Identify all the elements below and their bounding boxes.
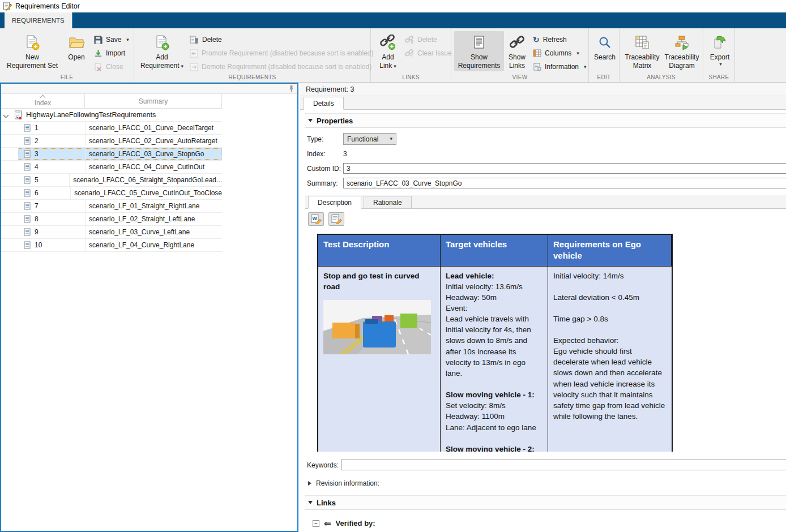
requirement-row[interactable]: 8 scenario_LF_02_Straight_LeftLane (1, 213, 222, 226)
refresh-button[interactable]: ↻ Refresh (530, 33, 590, 46)
requirement-index: 9 (35, 228, 39, 236)
requirement-row[interactable]: 3 scenario_LFACC_03_Curve_StopnGo (1, 148, 222, 161)
summary-label: Summary: (307, 179, 343, 187)
tab-rationale[interactable]: Rationale (364, 196, 412, 209)
summary-column-header[interactable]: Summary (85, 94, 222, 108)
requirement-index: 1 (35, 124, 39, 132)
search-button[interactable]: Search (592, 31, 618, 63)
open-button[interactable]: Open (62, 31, 91, 63)
type-dropdown[interactable]: Functional ▾ (343, 133, 396, 145)
chevron-down-icon[interactable] (3, 112, 9, 118)
save-button[interactable]: Save▾ (91, 33, 132, 46)
requirement-icon (24, 150, 31, 158)
requirement-row[interactable]: 1 scenario_LFACC_01_Curve_DecelTarget (1, 122, 222, 135)
show-requirements-icon (473, 33, 485, 52)
requirement-icon (24, 215, 31, 223)
requirement-summary: scenario_LFACC_01_Curve_DecelTarget (89, 124, 213, 132)
chevron-down-icon: ▾ (576, 51, 579, 56)
requirement-icon (24, 228, 31, 236)
delete-requirement-button[interactable]: Delete (187, 33, 377, 46)
index-column-header[interactable]: Index (1, 94, 85, 108)
edit-description-button[interactable] (328, 212, 344, 226)
clear-issue-icon (405, 49, 414, 57)
requirement-index: 8 (35, 215, 39, 223)
section-label-share: SHARE (703, 74, 734, 82)
information-button[interactable]: Information▾ (530, 60, 590, 74)
section-label-file: FILE (0, 74, 134, 82)
text-block: Slow moving vehicle - 1: Set velocity: 8… (446, 389, 542, 433)
save-icon (94, 36, 102, 44)
tab-requirements[interactable]: REQUIREMENTS (5, 12, 72, 28)
clear-issue-button[interactable]: Clear Issue (402, 46, 455, 60)
traceability-diagram-button[interactable]: Traceability Diagram (662, 31, 702, 71)
description-tab-bar: Description Rationale (305, 195, 786, 209)
new-requirement-set-button[interactable]: New Requirement Set (3, 31, 62, 71)
add-link-button[interactable]: Add Link▾ (374, 31, 402, 71)
keywords-field[interactable] (341, 460, 786, 470)
requirement-row[interactable]: 10 scenario_LF_04_Curve_RightLane (1, 239, 222, 252)
requirement-row[interactable]: 6 scenario_LFACC_05_Curve_CutInOut_TooCl… (1, 187, 222, 200)
edit-in-word-button[interactable]: W (308, 212, 324, 226)
requirements-tree-panel: Index Summary HighwayLaneFollowingTestRe… (0, 83, 298, 532)
ribbon-filler (735, 28, 786, 82)
test-title: Stop and go test in curved road (323, 271, 435, 292)
requirement-row[interactable]: 5 scenario_LFACC_06_Straight_StopandGoLe… (1, 174, 222, 187)
text-block: Expected behavior: Ego vehicle should fi… (553, 335, 667, 422)
requirement-icon (24, 163, 31, 171)
new-requirement-set-icon (25, 33, 40, 52)
requirement-index: 5 (35, 176, 39, 184)
requirement-icon (24, 124, 31, 132)
custom-id-field[interactable] (343, 163, 786, 174)
summary-field[interactable] (343, 178, 786, 188)
columns-button[interactable]: Columns▾ (530, 46, 590, 60)
demote-requirement-button[interactable]: Demote Requirement (disabled because sor… (187, 60, 377, 74)
requirement-summary: scenario_LFACC_03_Curve_StopnGo (89, 150, 204, 158)
text-block: Time gap > 0.8s (553, 314, 667, 324)
add-requirement-icon (155, 33, 170, 52)
export-button[interactable]: Export ▾ (706, 31, 733, 68)
traceability-matrix-icon (635, 33, 650, 52)
requirement-row[interactable]: 2 scenario_LFACC_02_Curve_AutoRetarget (1, 135, 222, 148)
chevron-down-icon: ▾ (394, 63, 396, 69)
links-section-header[interactable]: Links (305, 495, 786, 510)
section-label-requirements: REQUIREMENTS (134, 74, 370, 82)
requirement-row[interactable]: 4 scenario_LFACC_04_Curve_CutInOut (1, 161, 222, 174)
section-label-analysis: ANALYSIS (620, 74, 703, 82)
test-description-table: Test Description Target vehicles Require… (317, 234, 673, 452)
collapse-minus-icon[interactable]: − (313, 520, 319, 527)
traceability-matrix-button[interactable]: Traceability Matrix (622, 31, 662, 71)
requirement-header: Requirement: 3 (300, 83, 786, 96)
requirement-index: 7 (35, 202, 39, 210)
section-label-links: LINKS (371, 74, 451, 82)
requirement-set-root-row[interactable]: HighwayLaneFollowingTestRequirements (1, 109, 222, 122)
requirement-icon (24, 189, 31, 197)
add-requirement-button[interactable]: Add Requirement▾ (137, 31, 187, 71)
ribbon-section-file: New Requirement Set Open Save▾ Import (0, 28, 134, 82)
tab-details[interactable]: Details (304, 97, 344, 110)
delete-link-button[interactable]: Delete (402, 33, 455, 46)
promote-requirement-button[interactable]: Promote Requirement (disabled because so… (187, 46, 377, 60)
tree-panel-toolbar (1, 84, 297, 94)
pin-icon[interactable] (289, 85, 294, 93)
table-cell-target-vehicles: Lead vehicle: Initial velocity: 13.6m/s … (441, 267, 548, 452)
requirement-summary: scenario_LF_04_Curve_RightLane (89, 241, 194, 249)
show-links-button[interactable]: Show Links (504, 31, 530, 71)
revision-information-toggle[interactable]: Revision information: (308, 479, 786, 487)
import-button[interactable]: Import (91, 46, 132, 60)
svg-text:W: W (312, 216, 317, 221)
title-bar: Requirements Editor (0, 0, 786, 12)
button-label: Open (68, 53, 84, 62)
index-value: 3 (343, 150, 347, 158)
ribbon-section-analysis: Traceability Matrix Traceability Diagram… (620, 28, 703, 82)
requirement-row[interactable]: 7 scenario_LF_01_Straight_RightLane (1, 200, 222, 213)
close-button[interactable]: Close (91, 60, 132, 74)
requirement-set-icon (14, 110, 23, 120)
custom-id-label: Custom ID: (307, 165, 343, 173)
table-header-test-description: Test Description (318, 235, 441, 267)
properties-section-header[interactable]: Properties (305, 113, 786, 128)
tab-description[interactable]: Description (308, 196, 361, 209)
requirement-row[interactable]: 9 scenario_LF_03_Curve_LeftLane (1, 226, 222, 239)
show-requirements-button[interactable]: Show Requirements (454, 31, 504, 71)
chevron-down-icon: ▾ (181, 63, 184, 69)
app-icon (3, 2, 12, 11)
